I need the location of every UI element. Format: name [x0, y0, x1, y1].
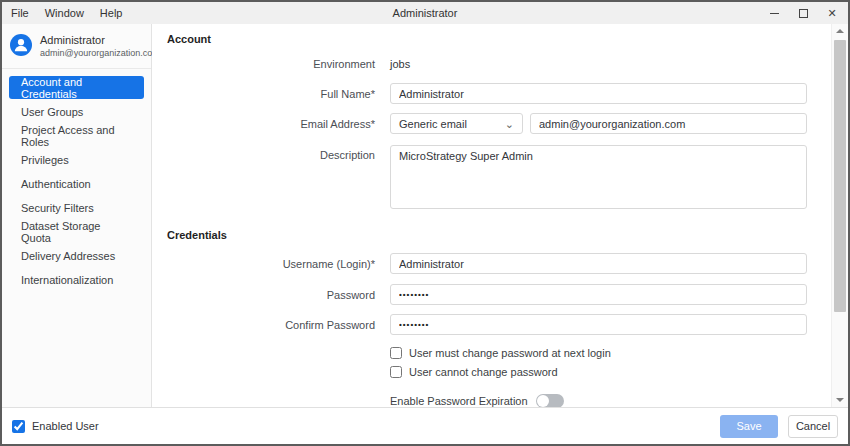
password-row: Password: [167, 284, 831, 305]
sidebar-item-project-access-and-roles[interactable]: Project Access and Roles: [9, 124, 144, 147]
password-expiration-toggle[interactable]: [536, 394, 564, 407]
environment-label: Environment: [167, 58, 375, 70]
confirm-password-label: Confirm Password: [167, 319, 375, 331]
form-content: Account Environment jobs Full Name* Emai…: [152, 24, 831, 407]
description-textarea[interactable]: MicroStrategy Super Admin: [390, 145, 807, 209]
username-input[interactable]: [390, 253, 807, 274]
confirm-password-input[interactable]: [390, 314, 807, 335]
cannot-change-password-label: User cannot change password: [409, 366, 558, 378]
save-button[interactable]: Save: [720, 415, 778, 438]
user-name: Administrator: [40, 34, 143, 47]
sidebar-nav: Account and Credentials User Groups Proj…: [2, 69, 151, 299]
password-input[interactable]: [390, 284, 807, 305]
user-avatar-icon: [10, 34, 32, 56]
scrollbar-thumb[interactable]: [834, 40, 846, 312]
window-title: Administrator: [2, 7, 848, 19]
administrator-window: File Window Help Administrator ✕ Adm: [0, 0, 850, 446]
password-expiration-label: Enable Password Expiration: [390, 395, 528, 407]
password-label: Password: [167, 289, 375, 301]
user-info: Administrator admin@yourorganization.com: [2, 24, 151, 69]
cannot-change-password-row: User cannot change password: [390, 366, 831, 378]
password-expiration-row: Enable Password Expiration: [390, 394, 831, 407]
enabled-user-label: Enabled User: [32, 420, 99, 432]
vertical-scrollbar: [831, 24, 848, 407]
app-body: Administrator admin@yourorganization.com…: [2, 24, 848, 407]
full-name-input[interactable]: [390, 83, 807, 104]
menubar: File Window Help: [11, 7, 122, 19]
environment-value: jobs: [390, 58, 410, 70]
restore-icon[interactable]: [796, 6, 810, 20]
minimize-icon[interactable]: [767, 6, 781, 20]
sidebar-item-account-and-credentials[interactable]: Account and Credentials: [9, 76, 144, 99]
cancel-button[interactable]: Cancel: [788, 415, 838, 438]
sidebar: Administrator admin@yourorganization.com…: [2, 24, 152, 407]
enabled-user-checkbox[interactable]: [12, 420, 25, 433]
menu-file[interactable]: File: [11, 7, 29, 19]
sidebar-item-internationalization[interactable]: Internationalization: [9, 268, 144, 291]
chevron-down-icon: ⌄: [505, 119, 514, 129]
sidebar-item-dataset-storage-quota[interactable]: Dataset Storage Quota: [9, 220, 144, 243]
sidebar-item-delivery-addresses[interactable]: Delivery Addresses: [9, 244, 144, 267]
username-label: Username (Login)*: [167, 258, 375, 270]
sidebar-item-privileges[interactable]: Privileges: [9, 148, 144, 171]
scroll-up-arrow-icon[interactable]: [832, 24, 848, 38]
username-row: Username (Login)*: [167, 253, 831, 274]
must-change-password-checkbox[interactable]: [390, 347, 402, 359]
email-type-select[interactable]: Generic email ⌄: [390, 113, 523, 134]
window-controls: ✕: [767, 6, 839, 20]
email-input[interactable]: [530, 113, 807, 134]
titlebar: File Window Help Administrator ✕: [2, 2, 848, 24]
email-label: Email Address*: [167, 118, 375, 130]
full-name-row: Full Name*: [167, 83, 831, 104]
sidebar-item-security-filters[interactable]: Security Filters: [9, 196, 144, 219]
menu-help[interactable]: Help: [100, 7, 123, 19]
enabled-user-row: Enabled User: [12, 420, 99, 433]
credentials-section-title: Credentials: [167, 229, 831, 241]
environment-row: Environment jobs: [167, 57, 831, 71]
confirm-password-row: Confirm Password: [167, 314, 831, 335]
menu-window[interactable]: Window: [45, 7, 84, 19]
sidebar-item-user-groups[interactable]: User Groups: [9, 100, 144, 123]
cannot-change-password-checkbox[interactable]: [390, 366, 402, 378]
close-icon[interactable]: ✕: [825, 6, 839, 20]
full-name-label: Full Name*: [167, 88, 375, 100]
user-email: admin@yourorganization.com: [40, 47, 143, 59]
footer: Enabled User Save Cancel: [2, 407, 848, 444]
email-type-selected: Generic email: [399, 118, 467, 130]
must-change-password-label: User must change password at next login: [409, 347, 611, 359]
description-label: Description: [167, 145, 375, 161]
must-change-password-row: User must change password at next login: [390, 347, 831, 359]
user-text: Administrator admin@yourorganization.com: [40, 34, 143, 59]
account-section-title: Account: [167, 33, 831, 45]
sidebar-item-authentication[interactable]: Authentication: [9, 172, 144, 195]
email-row: Email Address* Generic email ⌄: [167, 113, 831, 134]
scroll-down-arrow-icon[interactable]: [832, 393, 848, 407]
description-row: Description MicroStrategy Super Admin: [167, 145, 831, 209]
footer-actions: Save Cancel: [720, 415, 838, 438]
main-panel: Account Environment jobs Full Name* Emai…: [152, 24, 848, 407]
